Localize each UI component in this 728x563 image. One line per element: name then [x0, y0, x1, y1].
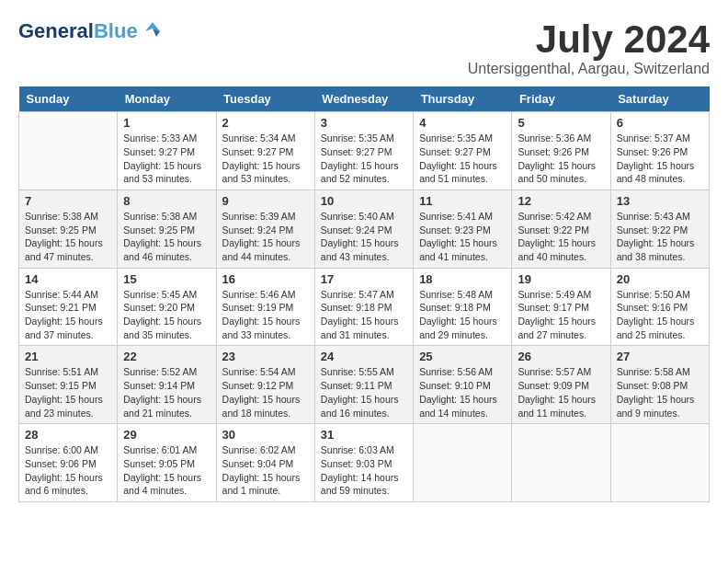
day-number: 10 — [321, 194, 407, 208]
day-number: 8 — [123, 194, 210, 208]
day-info: Sunrise: 5:43 AM Sunset: 9:22 PM Dayligh… — [617, 210, 703, 264]
col-monday: Monday — [118, 86, 216, 112]
day-info: Sunrise: 5:51 AM Sunset: 9:15 PM Dayligh… — [25, 365, 111, 419]
logo: GeneralBlue — [18, 18, 165, 44]
day-cell: 5Sunrise: 5:36 AM Sunset: 9:26 PM Daylig… — [512, 112, 610, 190]
day-info: Sunrise: 6:02 AM Sunset: 9:04 PM Dayligh… — [222, 443, 309, 498]
day-cell: 15Sunrise: 5:45 AM Sunset: 9:20 PM Dayli… — [118, 268, 216, 346]
day-info: Sunrise: 5:57 AM Sunset: 9:09 PM Dayligh… — [518, 365, 604, 419]
day-number: 18 — [419, 272, 506, 286]
day-info: Sunrise: 5:38 AM Sunset: 9:25 PM Dayligh… — [25, 210, 111, 264]
day-cell: 22Sunrise: 5:52 AM Sunset: 9:14 PM Dayli… — [118, 346, 216, 424]
day-info: Sunrise: 5:45 AM Sunset: 9:20 PM Dayligh… — [123, 288, 210, 342]
day-cell: 9Sunrise: 5:39 AM Sunset: 9:24 PM Daylig… — [216, 190, 314, 268]
day-cell: 4Sunrise: 5:35 AM Sunset: 9:27 PM Daylig… — [414, 112, 512, 190]
day-number: 5 — [518, 116, 604, 130]
header-row: SundayMondayTuesdayWednesdayThursdayFrid… — [19, 86, 710, 112]
day-cell: 19Sunrise: 5:49 AM Sunset: 9:17 PM Dayli… — [512, 268, 610, 346]
day-info: Sunrise: 5:46 AM Sunset: 9:19 PM Dayligh… — [222, 288, 309, 342]
day-info: Sunrise: 5:48 AM Sunset: 9:18 PM Dayligh… — [419, 288, 506, 342]
svg-marker-0 — [145, 22, 160, 31]
day-number: 28 — [25, 428, 111, 442]
day-cell: 30Sunrise: 6:02 AM Sunset: 9:04 PM Dayli… — [216, 424, 314, 502]
logo-blue: Blue — [94, 19, 138, 42]
week-row-2: 7Sunrise: 5:38 AM Sunset: 9:25 PM Daylig… — [19, 190, 710, 268]
week-row-3: 14Sunrise: 5:44 AM Sunset: 9:21 PM Dayli… — [19, 268, 710, 346]
col-sunday: Sunday — [19, 86, 118, 112]
location: Untersiggenthal, Aargau, Switzerland — [468, 61, 710, 77]
day-cell: 6Sunrise: 5:37 AM Sunset: 9:26 PM Daylig… — [610, 112, 709, 190]
day-info: Sunrise: 5:39 AM Sunset: 9:24 PM Dayligh… — [222, 210, 309, 264]
day-cell — [414, 424, 512, 502]
day-cell — [19, 112, 118, 190]
day-cell: 20Sunrise: 5:50 AM Sunset: 9:16 PM Dayli… — [610, 268, 709, 346]
day-cell: 17Sunrise: 5:47 AM Sunset: 9:18 PM Dayli… — [314, 268, 413, 346]
day-cell: 31Sunrise: 6:03 AM Sunset: 9:03 PM Dayli… — [314, 424, 413, 502]
day-info: Sunrise: 5:54 AM Sunset: 9:12 PM Dayligh… — [222, 365, 309, 419]
day-number: 30 — [222, 428, 309, 442]
day-number: 31 — [321, 428, 407, 442]
title-area: July 2024 Untersiggenthal, Aargau, Switz… — [468, 18, 710, 77]
day-info: Sunrise: 5:33 AM Sunset: 9:27 PM Dayligh… — [123, 132, 210, 186]
day-number: 29 — [123, 428, 210, 442]
day-number: 3 — [321, 116, 407, 130]
day-number: 23 — [222, 350, 309, 363]
col-tuesday: Tuesday — [216, 86, 314, 112]
header: GeneralBlue July 2024 Untersiggenthal, A… — [18, 18, 710, 77]
day-cell: 27Sunrise: 5:58 AM Sunset: 9:08 PM Dayli… — [610, 346, 709, 424]
day-number: 11 — [419, 194, 506, 208]
day-info: Sunrise: 5:35 AM Sunset: 9:27 PM Dayligh… — [321, 132, 407, 186]
day-cell: 8Sunrise: 5:38 AM Sunset: 9:25 PM Daylig… — [118, 190, 216, 268]
day-info: Sunrise: 5:36 AM Sunset: 9:26 PM Dayligh… — [518, 132, 604, 186]
day-info: Sunrise: 5:55 AM Sunset: 9:11 PM Dayligh… — [321, 365, 407, 419]
col-friday: Friday — [512, 86, 610, 112]
day-cell — [512, 424, 610, 502]
day-number: 26 — [518, 350, 604, 363]
day-info: Sunrise: 5:47 AM Sunset: 9:18 PM Dayligh… — [321, 288, 407, 342]
day-cell: 21Sunrise: 5:51 AM Sunset: 9:15 PM Dayli… — [19, 346, 118, 424]
day-number: 20 — [617, 272, 703, 286]
day-info: Sunrise: 5:35 AM Sunset: 9:27 PM Dayligh… — [419, 132, 506, 186]
day-cell: 28Sunrise: 6:00 AM Sunset: 9:06 PM Dayli… — [19, 424, 118, 502]
day-number: 9 — [222, 194, 309, 208]
day-number: 1 — [123, 116, 210, 130]
day-info: Sunrise: 5:52 AM Sunset: 9:14 PM Dayligh… — [123, 365, 210, 419]
day-info: Sunrise: 5:40 AM Sunset: 9:24 PM Dayligh… — [321, 210, 407, 264]
day-info: Sunrise: 5:49 AM Sunset: 9:17 PM Dayligh… — [518, 288, 604, 342]
day-cell — [610, 424, 709, 502]
day-cell: 13Sunrise: 5:43 AM Sunset: 9:22 PM Dayli… — [610, 190, 709, 268]
day-cell: 3Sunrise: 5:35 AM Sunset: 9:27 PM Daylig… — [314, 112, 413, 190]
day-cell: 18Sunrise: 5:48 AM Sunset: 9:18 PM Dayli… — [414, 268, 512, 346]
day-cell: 11Sunrise: 5:41 AM Sunset: 9:23 PM Dayli… — [414, 190, 512, 268]
day-number: 19 — [518, 272, 604, 286]
day-number: 16 — [222, 272, 309, 286]
calendar-table: SundayMondayTuesdayWednesdayThursdayFrid… — [18, 86, 710, 502]
day-number: 25 — [419, 350, 506, 363]
week-row-5: 28Sunrise: 6:00 AM Sunset: 9:06 PM Dayli… — [19, 424, 710, 502]
day-info: Sunrise: 5:56 AM Sunset: 9:10 PM Dayligh… — [419, 365, 506, 419]
day-cell: 14Sunrise: 5:44 AM Sunset: 9:21 PM Dayli… — [19, 268, 118, 346]
day-info: Sunrise: 6:01 AM Sunset: 9:05 PM Dayligh… — [123, 443, 210, 498]
day-cell: 7Sunrise: 5:38 AM Sunset: 9:25 PM Daylig… — [19, 190, 118, 268]
day-cell: 2Sunrise: 5:34 AM Sunset: 9:27 PM Daylig… — [216, 112, 314, 190]
day-info: Sunrise: 5:50 AM Sunset: 9:16 PM Dayligh… — [617, 288, 703, 342]
logo-bird-icon — [140, 18, 165, 44]
day-number: 7 — [25, 194, 111, 208]
day-info: Sunrise: 6:00 AM Sunset: 9:06 PM Dayligh… — [25, 443, 111, 498]
day-number: 15 — [123, 272, 210, 286]
day-number: 14 — [25, 272, 111, 286]
day-number: 2 — [222, 116, 309, 130]
day-cell: 24Sunrise: 5:55 AM Sunset: 9:11 PM Dayli… — [314, 346, 413, 424]
day-info: Sunrise: 5:44 AM Sunset: 9:21 PM Dayligh… — [25, 288, 111, 342]
day-number: 22 — [123, 350, 210, 363]
logo-text: GeneralBlue — [18, 21, 138, 41]
month-title: July 2024 — [468, 18, 710, 61]
day-cell: 12Sunrise: 5:42 AM Sunset: 9:22 PM Dayli… — [512, 190, 610, 268]
col-saturday: Saturday — [610, 86, 709, 112]
day-info: Sunrise: 5:37 AM Sunset: 9:26 PM Dayligh… — [617, 132, 703, 186]
day-info: Sunrise: 5:42 AM Sunset: 9:22 PM Dayligh… — [518, 210, 604, 264]
day-number: 24 — [321, 350, 407, 363]
day-number: 17 — [321, 272, 407, 286]
day-cell: 10Sunrise: 5:40 AM Sunset: 9:24 PM Dayli… — [314, 190, 413, 268]
day-number: 4 — [419, 116, 506, 130]
